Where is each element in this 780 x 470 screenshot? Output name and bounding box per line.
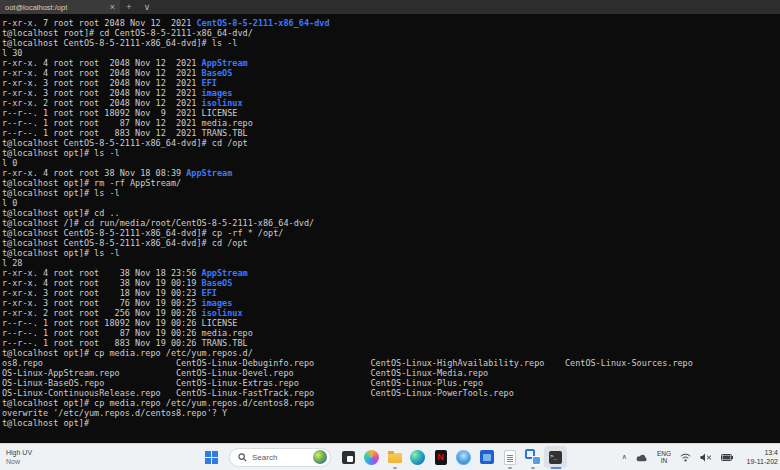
wifi-icon[interactable] — [680, 453, 691, 462]
clock-date: 19-11-202 — [742, 457, 778, 466]
terminal-line: r-xr-x. 4 root root 2048 Nov 12 2021 App… — [2, 58, 780, 68]
terminal-line: r-xr-x. 2 root root 2048 Nov 12 2021 iso… — [2, 98, 780, 108]
copilot-button[interactable] — [360, 444, 383, 470]
weather-widget[interactable]: High UV Now — [6, 448, 32, 466]
terminal-tab[interactable]: oot@localhost:/opt × — [0, 0, 120, 14]
terminal-line: r--r--. 1 root root 87 Nov 19 00:26 medi… — [2, 328, 780, 338]
terminal-line: r--r--. 1 root root 87 Nov 12 2021 media… — [2, 118, 780, 128]
language-indicator[interactable]: ENG IN — [657, 450, 671, 464]
taskbar-center: Search N — [200, 444, 567, 470]
weather-subtext: Now — [6, 457, 32, 466]
terminal-line: t@localhost opt]# ls -l — [2, 248, 780, 258]
terminal-line: l 28 — [2, 258, 780, 268]
new-tab-button[interactable]: + — [120, 0, 138, 14]
terminal-line: r-xr-x. 2 root root 256 Nov 19 00:26 iso… — [2, 308, 780, 318]
running-indicator — [393, 467, 397, 469]
edge-button[interactable] — [406, 444, 429, 470]
netflix-button[interactable]: N — [429, 444, 452, 470]
terminal-line: t@localhost /]# cd run/media/root/CentOS… — [2, 218, 780, 228]
terminal-line: OS-Linux-ContinuousRelease.repo CentOS-L… — [2, 388, 780, 398]
terminal-line: r-xr-x. 4 root root 38 Nov 19 00:19 Base… — [2, 278, 780, 288]
store-app-icon — [480, 450, 494, 464]
running-indicator — [508, 467, 512, 469]
running-indicator — [531, 467, 535, 469]
system-tray: ∧ ENG IN 13:4 19-11-202 — [622, 444, 780, 470]
terminal-line: r-xr-x. 4 root root 38 Nov 18 23:56 AppS… — [2, 268, 780, 278]
active-indicator — [550, 467, 561, 469]
terminal-icon: >_ — [549, 451, 562, 464]
search-placeholder: Search — [252, 453, 308, 462]
terminal-output: r-xr-x. 7 root root 2048 Nov 12 2021 Cen… — [2, 18, 780, 428]
terminal-line: t@localhost opt]# cp media.repo /etc/yum… — [2, 398, 780, 408]
file-explorer-button[interactable] — [383, 444, 406, 470]
terminal-line: r--r--. 1 root root 18092 Nov 9 2021 LIC… — [2, 108, 780, 118]
terminal-line: t@localhost CentOS-8-5-2111-x86_64-dvd]#… — [2, 38, 780, 48]
terminal-line: t@localhost opt]# cd .. — [2, 208, 780, 218]
notepad-icon — [504, 450, 516, 465]
globe-app-button[interactable] — [452, 444, 475, 470]
terminal-line: r-xr-x. 3 root root 18 Nov 19 00:23 EFI — [2, 288, 780, 298]
terminal-line: l 0 — [2, 158, 780, 168]
close-icon[interactable]: × — [110, 3, 115, 12]
search-box[interactable]: Search — [229, 448, 331, 467]
terminal-line: l 0 — [2, 198, 780, 208]
taskbar: High UV Now Search N — [0, 443, 780, 470]
terminal-line: r-xr-x. 3 root root 2048 Nov 12 2021 ima… — [2, 88, 780, 98]
clock-time: 13:4 — [742, 448, 778, 457]
terminal-line: t@localhost opt]# ls -l — [2, 148, 780, 158]
terminal-line: OS-Linux-AppStream.repo CentOS-Linux-Dev… — [2, 368, 780, 378]
edge-icon — [410, 450, 425, 465]
terminal-line: t@localhost CentOS-8-5-2111-x86_64-dvd]#… — [2, 138, 780, 148]
copilot-icon — [364, 450, 379, 465]
start-button[interactable] — [200, 444, 223, 470]
terminal-line: r-xr-x. 3 root root 76 Nov 19 00:25 imag… — [2, 298, 780, 308]
battery-icon[interactable] — [721, 454, 733, 461]
weather-headline: High UV — [6, 448, 32, 457]
terminal-screen[interactable]: r-xr-x. 7 root root 2048 Nov 12 2021 Cen… — [0, 14, 780, 443]
terminal-line: os8.repo CentOS-Linux-Debuginfo.repo Cen… — [2, 358, 780, 368]
terminal-line: t@localhost opt]# cp media.repo /etc/yum… — [2, 348, 780, 358]
terminal-line: OS-Linux-BaseOS.repo CentOS-Linux-Extras… — [2, 378, 780, 388]
notepad-button[interactable] — [498, 444, 521, 470]
cloud-icon[interactable] — [636, 453, 648, 462]
language-line2: IN — [657, 457, 671, 464]
clock[interactable]: 13:4 19-11-202 — [742, 448, 778, 466]
terminal-line: r-xr-x. 4 root root 38 Nov 18 08:39 AppS… — [2, 168, 780, 178]
task-view-button[interactable] — [337, 444, 360, 470]
vmware-icon — [525, 449, 541, 465]
terminal-line: t@localhost CentOS-8-5-2111-x86_64-dvd]#… — [2, 228, 780, 238]
search-highlight-image — [313, 450, 327, 464]
terminal-line: r-xr-x. 4 root root 2048 Nov 12 2021 Bas… — [2, 68, 780, 78]
terminal-line: t@localhost CentOS-8-5-2111-x86_64-dvd]#… — [2, 238, 780, 248]
terminal-line: l 30 — [2, 48, 780, 58]
plus-icon: + — [126, 2, 131, 12]
terminal-line: overwrite '/etc/yum.repos.d/centos8.repo… — [2, 408, 780, 418]
terminal-line: r-xr-x. 3 root root 2048 Nov 12 2021 EFI — [2, 78, 780, 88]
globe-app-icon — [456, 450, 471, 465]
title-bar: oot@localhost:/opt × + ∨ — [0, 0, 780, 14]
tab-title: oot@localhost:/opt — [5, 3, 107, 12]
language-line1: ENG — [657, 450, 671, 457]
terminal-line: r--r--. 1 root root 883 Nov 12 2021 TRAN… — [2, 128, 780, 138]
tab-dropdown-button[interactable]: ∨ — [138, 0, 156, 14]
terminal-line: t@localhost opt]# — [2, 418, 780, 428]
store-app-button[interactable] — [475, 444, 498, 470]
tray-overflow-button[interactable]: ∧ — [622, 453, 627, 461]
search-icon — [238, 453, 247, 462]
volume-muted-icon[interactable] — [700, 453, 712, 462]
windows-start-icon — [205, 451, 218, 464]
terminal-line: r--r--. 1 root root 18092 Nov 19 00:26 L… — [2, 318, 780, 328]
terminal-line: r--r--. 1 root root 883 Nov 19 00:26 TRA… — [2, 338, 780, 348]
terminal-line: t@localhost opt]# rm -rf AppStream/ — [2, 178, 780, 188]
file-explorer-icon — [388, 453, 402, 463]
terminal-line: r-xr-x. 7 root root 2048 Nov 12 2021 Cen… — [2, 18, 780, 28]
netflix-icon: N — [435, 450, 447, 465]
task-view-icon — [342, 451, 355, 464]
chevron-down-icon: ∨ — [144, 2, 151, 12]
vmware-button[interactable] — [521, 444, 544, 470]
terminal-app-button[interactable]: >_ — [544, 444, 567, 470]
terminal-line: t@localhost opt]# ls -l — [2, 188, 780, 198]
terminal-line: t@localhost root]# cd CentOS-8-5-2111-x8… — [2, 28, 780, 38]
